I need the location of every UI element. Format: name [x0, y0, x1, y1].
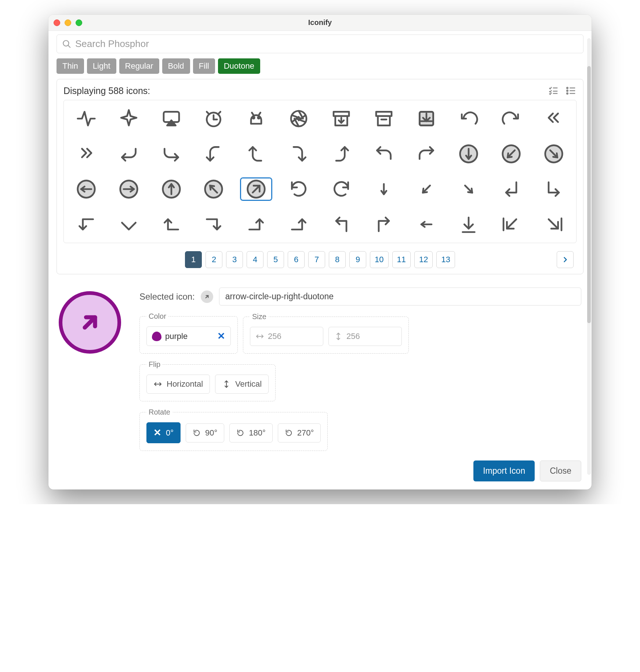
icon-archive[interactable] — [368, 107, 400, 130]
view-list-icon[interactable] — [566, 85, 577, 96]
preview-circle-icon — [59, 291, 121, 354]
icon-arrow-circle-left[interactable] — [70, 177, 102, 201]
icon-arrow-bend-down-right[interactable] — [155, 142, 188, 166]
import-icon-button[interactable]: Import Icon — [473, 460, 535, 481]
selected-icon-name-input[interactable] — [219, 288, 581, 306]
icon-airplay[interactable] — [155, 107, 188, 130]
footer-buttons: Import Icon Close — [139, 460, 581, 481]
pagination: 12345678910111213 — [63, 251, 577, 268]
icon-arrow-elbow-up-right[interactable] — [368, 213, 400, 236]
icon-arrow-circle-down-left[interactable] — [495, 142, 527, 166]
svg-line-1 — [68, 45, 70, 48]
svg-point-18 — [253, 117, 255, 119]
icon-arrow-down-left[interactable] — [410, 177, 443, 201]
filter-bold[interactable]: Bold — [162, 58, 190, 74]
page-8[interactable]: 8 — [329, 251, 346, 268]
rotate-0[interactable]: ✕0° — [146, 422, 181, 443]
icon-arrow-clockwise[interactable] — [283, 177, 315, 201]
chevron-right-icon — [561, 256, 569, 263]
filter-regular[interactable]: Regular — [119, 58, 159, 74]
icon-arrow-line-down[interactable] — [452, 213, 485, 236]
icon-arrow-bend-up-left[interactable] — [368, 142, 400, 166]
page-9[interactable]: 9 — [349, 251, 366, 268]
icon-activity[interactable] — [70, 107, 102, 130]
icon-arrow-elbow-left[interactable] — [70, 213, 102, 236]
flip-horizontal-icon — [153, 380, 162, 389]
icon-alarm[interactable] — [197, 107, 230, 130]
search-box[interactable] — [57, 35, 583, 53]
icon-aperture[interactable] — [283, 107, 315, 130]
rotate-icon — [285, 429, 293, 437]
page-12[interactable]: 12 — [414, 251, 433, 268]
page-6[interactable]: 6 — [288, 251, 305, 268]
width-icon — [255, 332, 264, 341]
page-10[interactable]: 10 — [370, 251, 388, 268]
icon-arrow-arc-left[interactable] — [452, 107, 485, 130]
svg-point-0 — [63, 40, 69, 46]
icon-arrow-circle-down[interactable] — [452, 142, 485, 166]
icon-archive-box[interactable] — [325, 107, 357, 130]
icon-arrow-bend-right-up[interactable] — [325, 142, 357, 166]
filter-light[interactable]: Light — [87, 58, 116, 74]
filter-fill[interactable]: Fill — [193, 58, 215, 74]
icon-arrow-arc-right[interactable] — [495, 107, 527, 130]
icon-arrow-circle-right[interactable] — [113, 177, 145, 201]
color-picker[interactable]: purple ✕ — [146, 326, 231, 346]
page-next-button[interactable] — [557, 251, 574, 268]
icon-airplane[interactable] — [113, 107, 145, 130]
icon-arrow-elbow-left-up[interactable] — [155, 213, 188, 236]
close-button[interactable]: Close — [540, 460, 581, 481]
page-11[interactable]: 11 — [392, 251, 411, 268]
scrollbar-thumb[interactable] — [587, 66, 591, 323]
icon-arrow-circle-up[interactable] — [155, 177, 188, 201]
icon-archive-tray[interactable] — [410, 107, 443, 130]
height-input[interactable]: 256 — [328, 327, 402, 346]
icon-arrow-elbow-up-left[interactable] — [325, 213, 357, 236]
icon-arrow-left[interactable] — [410, 213, 443, 236]
icon-arrow-line-down-left[interactable] — [495, 213, 527, 236]
rotate-icon — [236, 429, 244, 437]
icon-arrow-down[interactable] — [368, 177, 400, 201]
icon-arrow-elbow-down-left[interactable] — [495, 177, 527, 201]
flip-vertical-button[interactable]: Vertical — [215, 375, 269, 394]
page-2[interactable]: 2 — [206, 251, 222, 268]
clear-color-icon[interactable]: ✕ — [217, 330, 225, 342]
icon-arrow-elbow-left-down[interactable] — [113, 213, 145, 236]
page-13[interactable]: 13 — [436, 251, 455, 268]
rotate-180[interactable]: 180° — [229, 423, 273, 442]
icon-arrow-counter-clockwise[interactable] — [325, 177, 357, 201]
rotate-270[interactable]: 270° — [278, 423, 321, 442]
icon-arrow-circle-up-right[interactable] — [240, 177, 272, 201]
icon-arrow-down-right[interactable] — [452, 177, 485, 201]
filter-duotone[interactable]: Duotone — [218, 58, 260, 74]
icon-arrow-line-down-right[interactable] — [538, 213, 570, 236]
icon-arrow-circle-up-left[interactable] — [197, 177, 230, 201]
icon-arrow-bend-left-down[interactable] — [197, 142, 230, 166]
app-window: Iconify ThinLightRegularBoldFillDuotone … — [48, 15, 592, 489]
icon-arrow-elbow-right-down[interactable] — [240, 213, 272, 236]
weight-filter-row: ThinLightRegularBoldFillDuotone — [57, 58, 583, 74]
page-1[interactable]: 1 — [185, 251, 202, 268]
icon-arrow-bend-down-left[interactable] — [113, 142, 145, 166]
search-input[interactable] — [74, 38, 578, 50]
page-5[interactable]: 5 — [267, 251, 284, 268]
page-7[interactable]: 7 — [308, 251, 325, 268]
page-4[interactable]: 4 — [247, 251, 263, 268]
filter-thin[interactable]: Thin — [57, 58, 84, 74]
icon-arrow-bend-up-right[interactable] — [410, 142, 443, 166]
page-3[interactable]: 3 — [226, 251, 243, 268]
icon-arrow-elbow-right-up[interactable] — [283, 213, 315, 236]
icon-arrow-elbow-right[interactable] — [197, 213, 230, 236]
icon-arrow-bend-double-up-right[interactable] — [70, 142, 102, 166]
icon-arrow-bend-left-up[interactable] — [240, 142, 272, 166]
icon-arrow-bend-right-down[interactable] — [283, 142, 315, 166]
icon-arrow-elbow-down-right[interactable] — [538, 177, 570, 201]
view-checklist-icon[interactable] — [548, 85, 559, 96]
width-input[interactable]: 256 — [250, 327, 323, 346]
rotate-90[interactable]: 90° — [186, 423, 224, 442]
icon-arrow-bend-double-up-left[interactable] — [538, 107, 570, 130]
icon-android-logo[interactable] — [240, 107, 272, 130]
flip-horizontal-button[interactable]: Horizontal — [146, 375, 210, 394]
icon-arrow-circle-down-right[interactable] — [538, 142, 570, 166]
search-icon — [62, 39, 72, 49]
